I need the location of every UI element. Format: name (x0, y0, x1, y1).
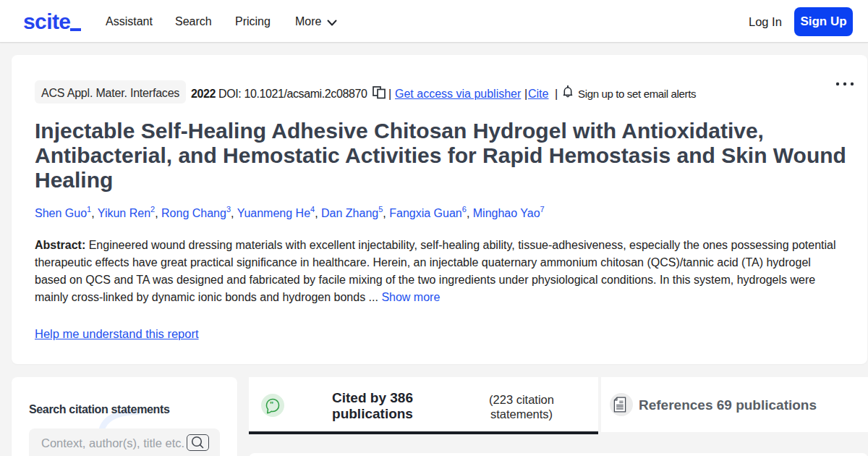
svg-text:”: ” (270, 400, 274, 409)
